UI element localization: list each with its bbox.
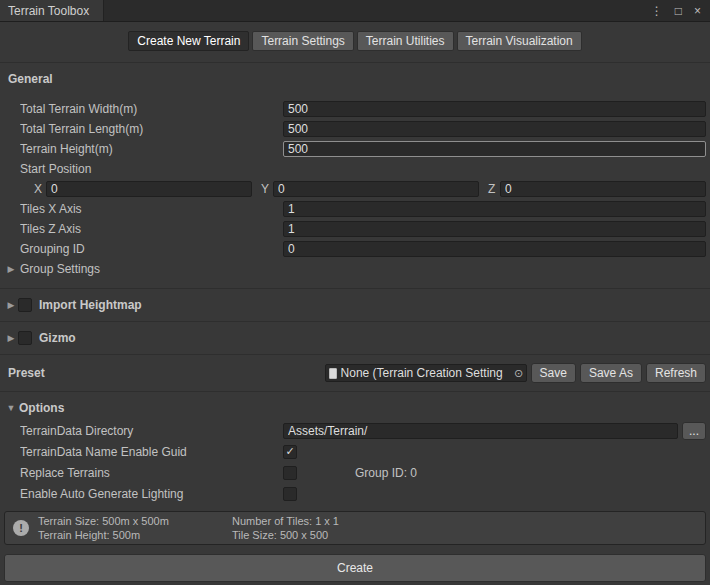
tab-terrain-utilities[interactable]: Terrain Utilities	[357, 31, 454, 51]
terraindata-guid-row: TerrainData Name Enable Guid ✓	[0, 441, 710, 462]
terrain-height-row: Terrain Height(m)	[0, 139, 710, 159]
preset-asset-icon	[329, 368, 337, 379]
options-foldout[interactable]: ▼ Options	[0, 398, 710, 418]
group-settings-label: Group Settings	[20, 262, 100, 276]
terraindata-guid-checkbox[interactable]: ✓	[283, 445, 297, 459]
object-picker-icon[interactable]: ⊙	[512, 367, 526, 380]
tab-terrain-settings[interactable]: Terrain Settings	[252, 31, 353, 51]
options-foldout-icon: ▼	[4, 403, 18, 413]
start-position-x-input[interactable]	[46, 181, 252, 197]
window-menu-icon[interactable]: ⋮	[651, 4, 663, 18]
separator	[0, 321, 710, 322]
terrain-info-box: ! Terrain Size: 500m x 500m Terrain Heig…	[4, 511, 706, 545]
tiles-x-axis-label: Tiles X Axis	[20, 202, 283, 216]
total-terrain-width-row: Total Terrain Width(m)	[0, 99, 710, 119]
terraindata-directory-input[interactable]	[283, 423, 678, 439]
coord-z-label: Z	[488, 182, 500, 196]
preset-label: Preset	[8, 366, 45, 380]
coord-x-label: X	[34, 182, 46, 196]
group-id-text: Group ID: 0	[355, 466, 417, 480]
check-icon: ✓	[285, 446, 294, 457]
tiles-x-axis-input[interactable]	[283, 201, 706, 217]
auto-generate-lighting-checkbox[interactable]	[283, 487, 297, 501]
replace-terrains-row: Replace Terrains Group ID: 0	[0, 462, 710, 483]
info-icon: !	[13, 520, 29, 536]
terrain-height-input[interactable]	[283, 141, 706, 157]
gizmo-label: Gizmo	[39, 331, 76, 345]
tiles-z-axis-label: Tiles Z Axis	[20, 222, 283, 236]
info-column-left: Terrain Size: 500m x 500m Terrain Height…	[38, 514, 232, 542]
replace-terrains-label: Replace Terrains	[20, 466, 283, 480]
import-heightmap-foldout[interactable]: ▶ Import Heightmap	[0, 294, 710, 316]
auto-generate-lighting-label: Enable Auto Generate Lighting	[20, 487, 283, 501]
info-terrain-height: Terrain Height: 500m	[38, 528, 232, 542]
general-section-header: General	[0, 63, 710, 99]
info-column-right: Number of Tiles: 1 x 1 Tile Size: 500 x …	[232, 514, 339, 542]
tiles-z-axis-input[interactable]	[283, 221, 706, 237]
tab-create-new-terrain[interactable]: Create New Terrain	[128, 31, 249, 51]
tiles-x-axis-row: Tiles X Axis	[0, 199, 710, 219]
window-controls: ⋮ □ ×	[651, 0, 710, 21]
grouping-id-label: Grouping ID	[20, 242, 283, 256]
create-button[interactable]: Create	[4, 554, 706, 582]
start-position-label: Start Position	[20, 162, 283, 176]
import-heightmap-checkbox[interactable]	[18, 298, 32, 312]
tiles-z-axis-row: Tiles Z Axis	[0, 219, 710, 239]
group-settings-foldout[interactable]: ▶ Group Settings	[0, 259, 710, 279]
import-heightmap-foldout-icon: ▶	[4, 300, 18, 310]
separator	[0, 354, 710, 355]
total-terrain-length-row: Total Terrain Length(m)	[0, 119, 710, 139]
replace-terrains-checkbox[interactable]	[283, 466, 297, 480]
total-terrain-length-input[interactable]	[283, 121, 706, 137]
info-terrain-size: Terrain Size: 500m x 500m	[38, 514, 232, 528]
toolbox-tabbar: Create New Terrain Terrain Settings Terr…	[0, 22, 710, 62]
start-position-row: Start Position	[0, 159, 710, 179]
preset-value: None (Terrain Creation Setting	[341, 366, 512, 380]
total-terrain-width-label: Total Terrain Width(m)	[20, 102, 283, 116]
auto-generate-lighting-row: Enable Auto Generate Lighting	[0, 483, 710, 504]
import-heightmap-label: Import Heightmap	[39, 298, 142, 312]
terraindata-guid-label: TerrainData Name Enable Guid	[20, 445, 283, 459]
tab-terrain-visualization[interactable]: Terrain Visualization	[457, 31, 582, 51]
total-terrain-width-input[interactable]	[283, 101, 706, 117]
terraindata-directory-row: TerrainData Directory ...	[0, 420, 710, 441]
browse-button[interactable]: ...	[682, 422, 706, 440]
window-title: Terrain Toolbox	[8, 4, 89, 18]
info-tile-size: Tile Size: 500 x 500	[232, 528, 339, 542]
preset-row: Preset None (Terrain Creation Setting ⊙ …	[0, 362, 710, 384]
start-position-coords-row: X Y Z	[0, 179, 710, 199]
group-settings-foldout-icon: ▶	[4, 264, 18, 274]
coord-y-label: Y	[261, 182, 273, 196]
start-position-y-input[interactable]	[273, 181, 479, 197]
info-number-of-tiles: Number of Tiles: 1 x 1	[232, 514, 339, 528]
preset-save-button[interactable]: Save	[531, 363, 576, 383]
grouping-id-row: Grouping ID	[0, 239, 710, 259]
window-tab[interactable]: Terrain Toolbox	[0, 0, 104, 21]
preset-object-field[interactable]: None (Terrain Creation Setting ⊙	[325, 364, 527, 382]
preset-save-as-button[interactable]: Save As	[580, 363, 642, 383]
preset-refresh-button[interactable]: Refresh	[646, 363, 706, 383]
options-header: Options	[19, 401, 64, 415]
gizmo-foldout-icon: ▶	[4, 333, 18, 343]
gizmo-foldout[interactable]: ▶ Gizmo	[0, 327, 710, 349]
titlebar-spacer	[104, 0, 651, 21]
window-maximize-icon[interactable]: □	[675, 4, 682, 18]
terraindata-directory-label: TerrainData Directory	[20, 424, 283, 438]
total-terrain-length-label: Total Terrain Length(m)	[20, 122, 283, 136]
grouping-id-input[interactable]	[283, 241, 706, 257]
start-position-z-input[interactable]	[500, 181, 706, 197]
window-close-icon[interactable]: ×	[694, 4, 701, 18]
window-titlebar: Terrain Toolbox ⋮ □ ×	[0, 0, 710, 22]
separator	[0, 288, 710, 289]
gizmo-checkbox[interactable]	[18, 331, 32, 345]
separator	[0, 391, 710, 392]
terrain-height-label: Terrain Height(m)	[20, 142, 283, 156]
